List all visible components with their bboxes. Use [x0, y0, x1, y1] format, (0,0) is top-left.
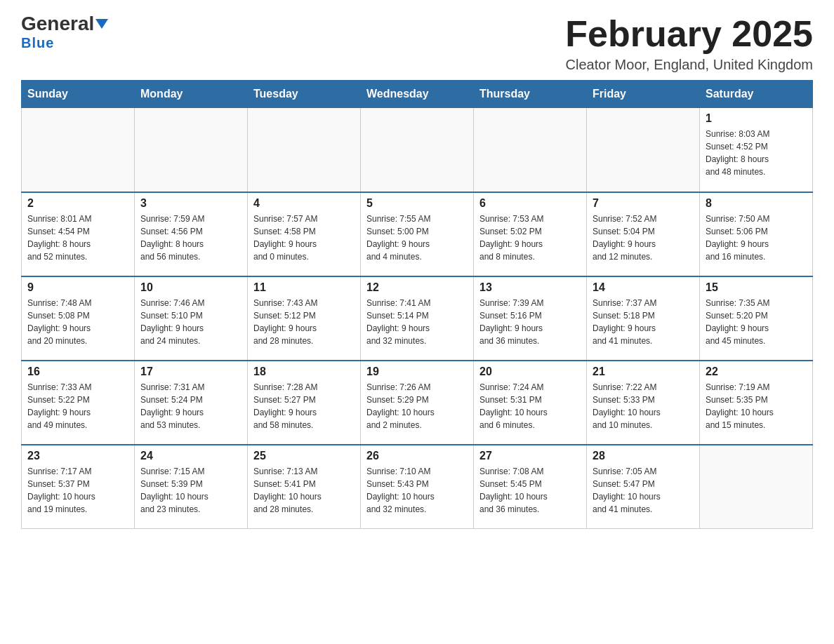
table-row: 5Sunrise: 7:55 AM Sunset: 5:00 PM Daylig… [361, 192, 474, 276]
calendar-header-row: Sunday Monday Tuesday Wednesday Thursday… [22, 81, 813, 108]
table-row: 26Sunrise: 7:10 AM Sunset: 5:43 PM Dayli… [361, 445, 474, 529]
day-number: 26 [366, 450, 468, 462]
day-info: Sunrise: 7:48 AM Sunset: 5:08 PM Dayligh… [27, 297, 128, 347]
day-number: 3 [140, 197, 241, 210]
table-row [587, 108, 700, 192]
day-info: Sunrise: 7:43 AM Sunset: 5:12 PM Dayligh… [253, 297, 355, 347]
day-info: Sunrise: 7:19 AM Sunset: 5:35 PM Dayligh… [706, 381, 807, 431]
col-wednesday: Wednesday [361, 81, 474, 108]
table-row: 10Sunrise: 7:46 AM Sunset: 5:10 PM Dayli… [135, 276, 248, 361]
table-row: 9Sunrise: 7:48 AM Sunset: 5:08 PM Daylig… [22, 276, 135, 361]
day-info: Sunrise: 7:15 AM Sunset: 5:39 PM Dayligh… [140, 465, 241, 516]
table-row: 15Sunrise: 7:35 AM Sunset: 5:20 PM Dayli… [700, 276, 813, 361]
table-row: 16Sunrise: 7:33 AM Sunset: 5:22 PM Dayli… [22, 361, 135, 445]
day-number: 21 [593, 365, 694, 378]
day-info: Sunrise: 8:01 AM Sunset: 4:54 PM Dayligh… [27, 213, 128, 263]
calendar-week-row: 9Sunrise: 7:48 AM Sunset: 5:08 PM Daylig… [22, 276, 813, 361]
day-info: Sunrise: 7:28 AM Sunset: 5:27 PM Dayligh… [253, 381, 355, 431]
table-row: 7Sunrise: 7:52 AM Sunset: 5:04 PM Daylig… [587, 192, 700, 276]
day-number: 2 [27, 197, 128, 210]
day-number: 8 [706, 197, 807, 210]
day-number: 12 [366, 281, 468, 294]
day-number: 6 [479, 197, 581, 210]
calendar-week-row: 16Sunrise: 7:33 AM Sunset: 5:22 PM Dayli… [22, 361, 813, 445]
table-row: 19Sunrise: 7:26 AM Sunset: 5:29 PM Dayli… [361, 361, 474, 445]
table-row: 2Sunrise: 8:01 AM Sunset: 4:54 PM Daylig… [22, 192, 135, 276]
day-info: Sunrise: 7:52 AM Sunset: 5:04 PM Dayligh… [593, 213, 694, 263]
day-number: 5 [366, 197, 468, 210]
day-number: 20 [479, 365, 581, 378]
logo-blue: Blue [21, 35, 54, 51]
table-row: 25Sunrise: 7:13 AM Sunset: 5:41 PM Dayli… [248, 445, 361, 529]
day-info: Sunrise: 7:17 AM Sunset: 5:37 PM Dayligh… [27, 465, 128, 516]
title-block: February 2025 Cleator Moor, England, Uni… [565, 14, 813, 73]
day-number: 25 [253, 450, 355, 462]
day-number: 24 [140, 450, 241, 462]
day-info: Sunrise: 7:10 AM Sunset: 5:43 PM Dayligh… [366, 465, 468, 516]
table-row [248, 108, 361, 192]
day-info: Sunrise: 7:57 AM Sunset: 4:58 PM Dayligh… [253, 213, 355, 263]
day-number: 14 [593, 281, 694, 294]
day-number: 15 [706, 281, 807, 294]
table-row: 14Sunrise: 7:37 AM Sunset: 5:18 PM Dayli… [587, 276, 700, 361]
day-number: 18 [253, 365, 355, 378]
calendar-week-row: 1Sunrise: 8:03 AM Sunset: 4:52 PM Daylig… [22, 108, 813, 192]
table-row: 3Sunrise: 7:59 AM Sunset: 4:56 PM Daylig… [135, 192, 248, 276]
day-info: Sunrise: 7:53 AM Sunset: 5:02 PM Dayligh… [479, 213, 581, 263]
day-info: Sunrise: 7:50 AM Sunset: 5:06 PM Dayligh… [706, 213, 807, 263]
day-number: 4 [253, 197, 355, 210]
table-row [361, 108, 474, 192]
table-row [700, 445, 813, 529]
day-number: 16 [27, 365, 128, 378]
table-row: 1Sunrise: 8:03 AM Sunset: 4:52 PM Daylig… [700, 108, 813, 192]
table-row: 23Sunrise: 7:17 AM Sunset: 5:37 PM Dayli… [22, 445, 135, 529]
day-number: 19 [366, 365, 468, 378]
day-info: Sunrise: 7:22 AM Sunset: 5:33 PM Dayligh… [593, 381, 694, 431]
day-number: 11 [253, 281, 355, 294]
day-info: Sunrise: 7:13 AM Sunset: 5:41 PM Dayligh… [253, 465, 355, 516]
table-row: 4Sunrise: 7:57 AM Sunset: 4:58 PM Daylig… [248, 192, 361, 276]
day-info: Sunrise: 7:59 AM Sunset: 4:56 PM Dayligh… [140, 213, 241, 263]
col-saturday: Saturday [700, 81, 813, 108]
table-row: 8Sunrise: 7:50 AM Sunset: 5:06 PM Daylig… [700, 192, 813, 276]
day-number: 1 [706, 112, 807, 125]
col-tuesday: Tuesday [248, 81, 361, 108]
table-row: 21Sunrise: 7:22 AM Sunset: 5:33 PM Dayli… [587, 361, 700, 445]
table-row: 24Sunrise: 7:15 AM Sunset: 5:39 PM Dayli… [135, 445, 248, 529]
table-row: 12Sunrise: 7:41 AM Sunset: 5:14 PM Dayli… [361, 276, 474, 361]
day-number: 28 [593, 450, 694, 462]
table-row: 20Sunrise: 7:24 AM Sunset: 5:31 PM Dayli… [474, 361, 587, 445]
day-info: Sunrise: 7:05 AM Sunset: 5:47 PM Dayligh… [593, 465, 694, 516]
month-title: February 2025 [565, 14, 813, 54]
table-row: 17Sunrise: 7:31 AM Sunset: 5:24 PM Dayli… [135, 361, 248, 445]
table-row [474, 108, 587, 192]
day-number: 7 [593, 197, 694, 210]
day-number: 17 [140, 365, 241, 378]
col-thursday: Thursday [474, 81, 587, 108]
logo: General Blue [21, 14, 108, 51]
day-number: 27 [479, 450, 581, 462]
day-info: Sunrise: 7:31 AM Sunset: 5:24 PM Dayligh… [140, 381, 241, 431]
col-sunday: Sunday [22, 81, 135, 108]
day-number: 23 [27, 450, 128, 462]
day-info: Sunrise: 8:03 AM Sunset: 4:52 PM Dayligh… [706, 128, 807, 178]
logo-triangle-icon [95, 19, 108, 29]
day-info: Sunrise: 7:46 AM Sunset: 5:10 PM Dayligh… [140, 297, 241, 347]
location: Cleator Moor, England, United Kingdom [565, 57, 813, 73]
table-row: 18Sunrise: 7:28 AM Sunset: 5:27 PM Dayli… [248, 361, 361, 445]
day-number: 22 [706, 365, 807, 378]
table-row: 11Sunrise: 7:43 AM Sunset: 5:12 PM Dayli… [248, 276, 361, 361]
table-row: 28Sunrise: 7:05 AM Sunset: 5:47 PM Dayli… [587, 445, 700, 529]
table-row [22, 108, 135, 192]
table-row [135, 108, 248, 192]
day-info: Sunrise: 7:26 AM Sunset: 5:29 PM Dayligh… [366, 381, 468, 431]
calendar-table: Sunday Monday Tuesday Wednesday Thursday… [21, 80, 813, 529]
day-info: Sunrise: 7:24 AM Sunset: 5:31 PM Dayligh… [479, 381, 581, 431]
day-info: Sunrise: 7:08 AM Sunset: 5:45 PM Dayligh… [479, 465, 581, 516]
day-info: Sunrise: 7:37 AM Sunset: 5:18 PM Dayligh… [593, 297, 694, 347]
day-info: Sunrise: 7:33 AM Sunset: 5:22 PM Dayligh… [27, 381, 128, 431]
day-number: 10 [140, 281, 241, 294]
table-row: 22Sunrise: 7:19 AM Sunset: 5:35 PM Dayli… [700, 361, 813, 445]
col-monday: Monday [135, 81, 248, 108]
day-info: Sunrise: 7:39 AM Sunset: 5:16 PM Dayligh… [479, 297, 581, 347]
